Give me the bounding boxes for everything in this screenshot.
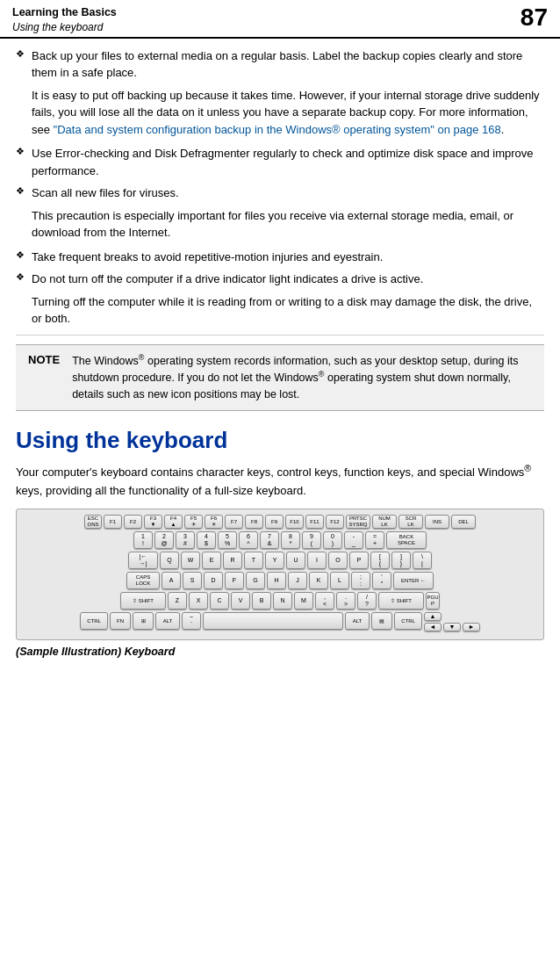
key-7: 7&: [260, 531, 279, 549]
header-section-title: Learning the Basics: [12, 5, 117, 21]
key-ralt: ALT: [345, 612, 370, 630]
section-heading: Using the keyboard: [16, 427, 544, 454]
key-c: C: [210, 592, 229, 610]
key-numlock: NUMLK: [372, 515, 397, 529]
key-equals: =+: [365, 531, 384, 549]
key-fn-b: FN: [110, 612, 131, 630]
header-sub-title: Using the keyboard: [12, 21, 103, 33]
key-5: 5%: [218, 531, 237, 549]
key-8: 8*: [281, 531, 300, 549]
bullet-item-1: ❖ Back up your files to external media o…: [16, 47, 544, 82]
key-quote: '": [372, 572, 391, 589]
key-backspace: BACKSPACE: [386, 531, 427, 549]
key-f3: F3▼: [144, 515, 162, 529]
key-pause: INS: [425, 515, 449, 529]
keyboard-row-asdf: CAPSLOCK A S D F G H J K L ;: '" ENTER ←: [21, 572, 539, 589]
key-0: 0): [323, 531, 342, 549]
keyboard-illustration: ESCONS F1 F2 F3▼ F4▲ F5☀ F6☀ F7 F8 F9 F1…: [16, 509, 544, 640]
key-minus: -_: [344, 531, 363, 549]
key-k: K: [309, 572, 328, 589]
key-b: B: [252, 592, 271, 610]
key-rshift: ⇧ SHIFT: [378, 592, 424, 610]
key-tab: |←→|: [128, 552, 158, 569]
note-box: NOTE The Windows® operating system recor…: [16, 344, 544, 412]
content-area: ❖ Back up your files to external media o…: [0, 39, 560, 667]
caption-suffix: Keyboard: [121, 646, 175, 658]
key-m: M: [294, 592, 313, 610]
key-prtsc: PRTSCSYSRQ: [346, 515, 370, 529]
key-f12: F12: [326, 515, 344, 529]
key-g: G: [246, 572, 265, 589]
content-divider: [16, 335, 544, 335]
key-x: X: [189, 592, 208, 610]
key-y: Y: [265, 552, 284, 569]
arrow-cluster: ▲ ◄ ▼ ►: [424, 612, 480, 631]
key-9: 9(: [302, 531, 321, 549]
key-tilde: ~`: [182, 612, 201, 630]
keyboard-row-bottom: CTRL FN ⊞ ALT ~` ALT ▤ CTRL ▲ ◄ ▼ ►: [21, 612, 539, 631]
key-v: V: [231, 592, 250, 610]
key-s: S: [183, 572, 202, 589]
key-q: Q: [160, 552, 179, 569]
key-down: ▼: [443, 623, 461, 631]
key-rbracket: ]}: [391, 552, 411, 569]
key-pgup-r: PGUP: [426, 592, 440, 610]
key-comma: ,<: [315, 592, 334, 610]
key-f9: F9: [265, 515, 284, 529]
key-slash: /?: [357, 592, 377, 610]
key-d: D: [204, 572, 223, 589]
keyboard-row-zxcv: ⇧ SHIFT Z X C V B N M ,< .> /? ⇧ SHIFT P…: [21, 592, 539, 610]
key-f: F: [225, 572, 244, 589]
key-f10: F10: [285, 515, 304, 529]
bullet-text-3: Scan all new files for viruses.: [32, 184, 179, 202]
key-lshift: ⇧ SHIFT: [120, 592, 166, 610]
key-j: J: [288, 572, 307, 589]
key-w: W: [181, 552, 200, 569]
sub-para-3: This precaution is especially important …: [32, 207, 544, 242]
backup-link[interactable]: "Data and system configuration backup in…: [54, 123, 501, 136]
key-esc: ESCONS: [84, 515, 102, 529]
key-lbracket: [{: [370, 552, 390, 569]
bullet-text-5: Do not turn off the computer if a drive …: [32, 271, 423, 288]
key-win: ⊞: [133, 612, 154, 630]
key-enter: ENTER ←: [393, 572, 434, 589]
key-f1: F1: [104, 515, 122, 529]
key-right: ►: [463, 623, 480, 631]
key-f11: F11: [305, 515, 324, 529]
key-backslash: \|: [413, 552, 432, 569]
bullet-text-2: Use Error-checking and Disk Defragmenter…: [32, 145, 544, 179]
bullet-diamond-2: ❖: [16, 146, 25, 157]
key-f2: F2: [124, 515, 142, 529]
key-i: I: [307, 552, 327, 569]
key-3: 3#: [176, 531, 195, 549]
key-space: [203, 612, 343, 630]
note-label: NOTE: [28, 353, 60, 366]
bullet-diamond-3: ❖: [16, 185, 25, 197]
key-period: .>: [336, 592, 355, 610]
key-n: N: [273, 592, 292, 610]
key-capslock: CAPSLOCK: [126, 572, 160, 589]
key-z: Z: [168, 592, 187, 610]
key-f8: F8: [245, 515, 263, 529]
keyboard-row-numbers: 1! 2@ 3# 4$ 5% 6^ 7& 8* 9( 0) -_ =+ BACK…: [21, 531, 539, 549]
page-header: Learning the Basics Using the keyboard 8…: [0, 0, 560, 39]
key-a: A: [162, 572, 181, 589]
key-6: 6^: [239, 531, 258, 549]
note-text: The Windows® operating system records in…: [72, 352, 532, 404]
key-menu: ▤: [371, 612, 392, 630]
key-f6: F6☀: [205, 515, 223, 529]
section-intro: Your computer's keyboard contains charac…: [16, 461, 544, 500]
key-o: O: [328, 552, 348, 569]
bullet-item-4: ❖ Take frequent breaks to avoid repetiti…: [16, 249, 544, 266]
bullet-diamond-1: ❖: [16, 48, 25, 60]
key-semicolon: ;:: [351, 572, 370, 589]
keyboard-row-qwerty: |←→| Q W E R T Y U I O P [{ ]} \|: [21, 552, 539, 569]
key-rctrl: CTRL: [394, 612, 422, 630]
bullet-item-3: ❖ Scan all new files for viruses.: [16, 184, 544, 202]
key-lctrl: CTRL: [80, 612, 108, 630]
bullet-diamond-5: ❖: [16, 271, 25, 283]
bullet-diamond-4: ❖: [16, 249, 25, 261]
key-f7: F7: [225, 515, 243, 529]
key-f5: F5☀: [184, 515, 203, 529]
key-h: H: [267, 572, 286, 589]
